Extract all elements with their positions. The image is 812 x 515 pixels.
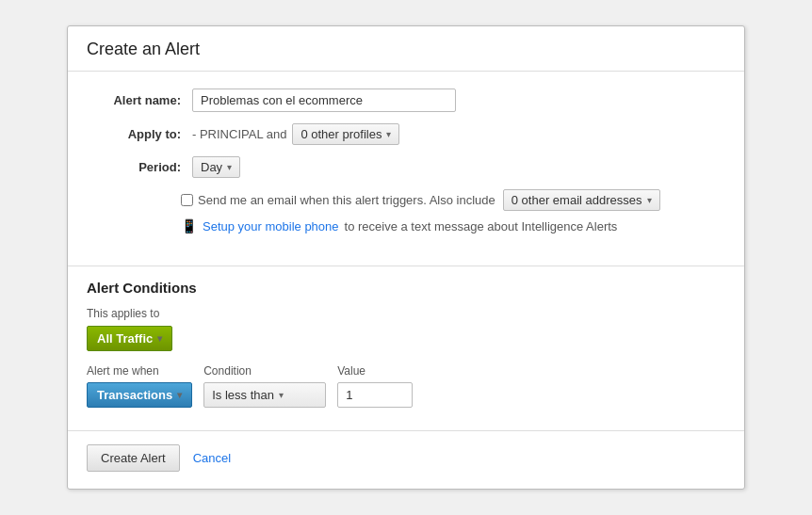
period-row: Period: Day ▾ — [87, 156, 725, 178]
condition-col: Condition Is less than ▾ — [203, 364, 326, 408]
alert-me-when-label: Alert me when — [87, 364, 192, 378]
mobile-row: 📱 Setup your mobile phone to receive a t… — [181, 218, 725, 233]
transactions-dropdown[interactable]: Transactions ▾ — [87, 382, 192, 408]
condition-value: Is less than — [212, 388, 274, 402]
alert-name-row: Alert name: — [87, 89, 725, 112]
apply-to-controls: - PRINCIPAL and 0 other profiles ▾ — [192, 123, 399, 145]
alert-name-label: Alert name: — [87, 93, 181, 107]
conditions-title: Alert Conditions — [87, 280, 725, 296]
phone-icon: 📱 — [181, 218, 197, 233]
conditions-section: Alert Conditions This applies to All Tra… — [68, 280, 744, 421]
setup-mobile-link[interactable]: Setup your mobile phone — [203, 219, 339, 233]
other-profiles-arrow-icon: ▾ — [386, 129, 391, 139]
email-row: Send me an email when this alert trigger… — [181, 189, 725, 211]
create-alert-dialog: Create an Alert Alert name: Apply to: - … — [67, 25, 745, 490]
dialog-footer: Create Alert Cancel — [68, 444, 744, 489]
email-label: Send me an email when this alert trigger… — [181, 193, 495, 207]
condition-arrow-icon: ▾ — [279, 390, 284, 400]
email-checkbox-label: Send me an email when this alert trigger… — [198, 193, 495, 207]
other-email-arrow-icon: ▾ — [647, 195, 652, 205]
traffic-arrow-icon: ▾ — [157, 333, 162, 344]
traffic-dropdown[interactable]: All Traffic ▾ — [87, 326, 172, 351]
apply-to-row: Apply to: - PRINCIPAL and 0 other profil… — [87, 123, 725, 145]
this-applies-label: This applies to — [87, 307, 725, 320]
period-value: Day — [201, 160, 222, 174]
alert-me-section: Alert me when Transactions ▾ Condition I… — [87, 364, 725, 408]
alert-name-input[interactable] — [192, 89, 456, 112]
condition-label: Condition — [203, 364, 326, 378]
transactions-arrow-icon: ▾ — [177, 390, 182, 400]
other-email-label: 0 other email addresses — [512, 193, 642, 207]
dialog-body: Alert name: Apply to: - PRINCIPAL and 0 … — [68, 72, 744, 256]
other-email-dropdown[interactable]: 0 other email addresses ▾ — [503, 189, 660, 211]
value-input[interactable] — [337, 382, 413, 408]
alert-me-grid: Alert me when Transactions ▾ Condition I… — [87, 364, 725, 408]
period-arrow-icon: ▾ — [227, 162, 232, 172]
traffic-label: All Traffic — [97, 331, 153, 346]
other-profiles-label: 0 other profiles — [300, 127, 382, 141]
footer-divider — [68, 430, 744, 431]
email-checkbox[interactable] — [181, 194, 193, 206]
section-divider — [68, 266, 744, 266]
transactions-label: Transactions — [97, 388, 172, 402]
dialog-title: Create an Alert — [87, 40, 725, 59]
cancel-button[interactable]: Cancel — [193, 451, 231, 465]
alert-me-col: Alert me when Transactions ▾ — [87, 364, 192, 408]
apply-to-label: Apply to: — [87, 127, 181, 141]
mobile-suffix-text: to receive a text message about Intellig… — [345, 219, 618, 233]
period-dropdown[interactable]: Day ▾ — [192, 156, 240, 178]
dialog-header: Create an Alert — [68, 26, 744, 72]
value-col: Value — [337, 364, 413, 408]
apply-to-principal-text: - PRINCIPAL and — [192, 127, 286, 141]
condition-dropdown[interactable]: Is less than ▾ — [203, 382, 326, 408]
period-label: Period: — [87, 160, 181, 174]
other-profiles-dropdown[interactable]: 0 other profiles ▾ — [292, 123, 399, 145]
create-alert-button[interactable]: Create Alert — [87, 444, 180, 472]
value-label: Value — [337, 364, 413, 378]
